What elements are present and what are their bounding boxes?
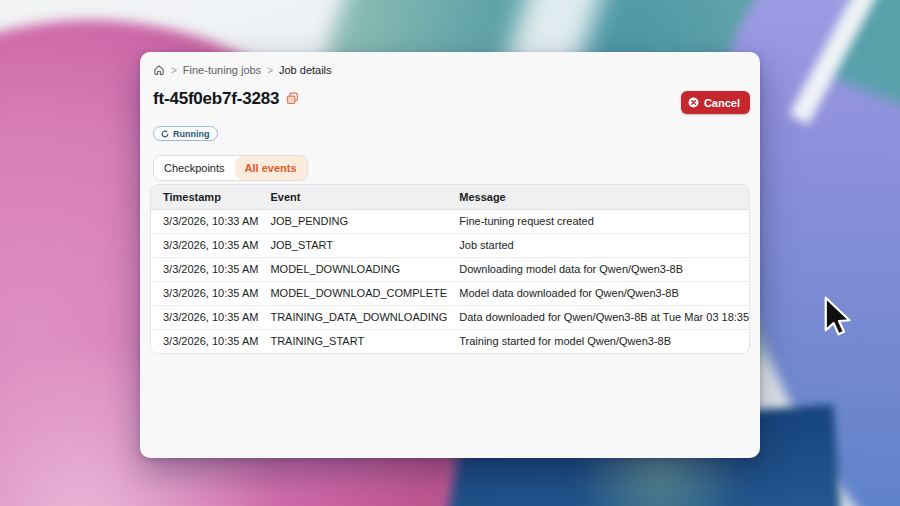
status-badge-label: Running — [173, 129, 210, 139]
page-title: ft-45f0eb7f-3283 — [153, 88, 279, 110]
table-row: 3/3/2026, 10:35 AM MODEL_DOWNLOAD_COMPLE… — [151, 281, 750, 305]
cell-timestamp: 3/3/2026, 10:35 AM — [151, 305, 258, 329]
desktop: > Fine-tuning jobs > Job details ft-45f0… — [0, 0, 900, 506]
events-table: Timestamp Event Message 3/3/2026, 10:33 … — [151, 185, 750, 353]
breadcrumb-item-fine-tuning-jobs[interactable]: Fine-tuning jobs — [183, 64, 261, 76]
wallpaper-white-ribbon-2 — [789, 0, 893, 125]
cell-timestamp: 3/3/2026, 10:35 AM — [151, 329, 258, 353]
cell-message: Fine-tuning request created — [447, 209, 750, 233]
table-row: 3/3/2026, 10:35 AM TRAINING_DATA_DOWNLOA… — [151, 305, 750, 329]
cell-message: Data downloaded for Qwen/Qwen3-8B at Tue… — [447, 305, 750, 329]
job-details-card: > Fine-tuning jobs > Job details ft-45f0… — [140, 52, 760, 458]
cell-message: Training started for model Qwen/Qwen3-8B — [447, 329, 750, 353]
spinner-icon — [161, 130, 169, 138]
cell-message: Job started — [447, 233, 750, 257]
table-header-row: Timestamp Event Message — [151, 185, 750, 209]
copy-icon[interactable] — [286, 92, 299, 105]
cell-event: TRAINING_START — [258, 329, 447, 353]
cell-timestamp: 3/3/2026, 10:35 AM — [151, 257, 258, 281]
table-row: 3/3/2026, 10:33 AM JOB_PENDING Fine-tuni… — [151, 209, 750, 233]
cell-message: Downloading model data for Qwen/Qwen3-8B — [447, 257, 750, 281]
cell-timestamp: 3/3/2026, 10:35 AM — [151, 233, 258, 257]
cancel-x-icon — [688, 97, 699, 108]
breadcrumb: > Fine-tuning jobs > Job details — [153, 64, 332, 76]
cancel-button[interactable]: Cancel — [681, 91, 750, 114]
cell-event: MODEL_DOWNLOADING — [258, 257, 447, 281]
table-row: 3/3/2026, 10:35 AM JOB_START Job started — [151, 233, 750, 257]
column-header-event: Event — [258, 185, 447, 209]
breadcrumb-separator: > — [171, 65, 177, 76]
cell-event: JOB_START — [258, 233, 447, 257]
column-header-timestamp: Timestamp — [151, 185, 258, 209]
tab-group: Checkpoints All events — [153, 155, 308, 181]
breadcrumb-item-job-details: Job details — [279, 64, 332, 76]
tab-checkpoints[interactable]: Checkpoints — [154, 156, 235, 180]
home-icon[interactable] — [153, 64, 165, 76]
breadcrumb-separator: > — [267, 65, 273, 76]
wallpaper-teal-corner — [826, 0, 900, 134]
mouse-cursor — [822, 296, 852, 342]
cell-event: MODEL_DOWNLOAD_COMPLETE — [258, 281, 447, 305]
cell-event: TRAINING_DATA_DOWNLOADING — [258, 305, 447, 329]
cell-event: JOB_PENDING — [258, 209, 447, 233]
column-header-message: Message — [447, 185, 750, 209]
status-badge: Running — [153, 126, 218, 141]
cancel-button-label: Cancel — [704, 97, 740, 109]
table-row: 3/3/2026, 10:35 AM TRAINING_START Traini… — [151, 329, 750, 353]
events-table-container: Timestamp Event Message 3/3/2026, 10:33 … — [150, 184, 750, 354]
cell-message: Model data downloaded for Qwen/Qwen3-8B — [447, 281, 750, 305]
tab-all-events[interactable]: All events — [235, 156, 307, 180]
title-row: ft-45f0eb7f-3283 — [153, 88, 750, 110]
table-row: 3/3/2026, 10:35 AM MODEL_DOWNLOADING Dow… — [151, 257, 750, 281]
cell-timestamp: 3/3/2026, 10:35 AM — [151, 281, 258, 305]
cell-timestamp: 3/3/2026, 10:33 AM — [151, 209, 258, 233]
